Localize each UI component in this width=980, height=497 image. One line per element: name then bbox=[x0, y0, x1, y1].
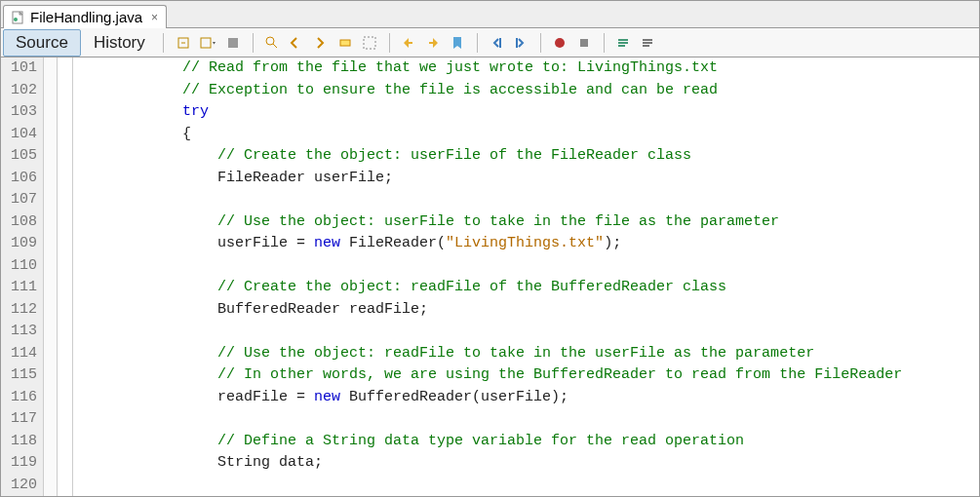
code-line[interactable]: // Define a String data type variable fo… bbox=[77, 431, 979, 453]
svg-rect-11 bbox=[580, 39, 588, 47]
highlight-icon[interactable] bbox=[335, 32, 356, 53]
line-number: 112 bbox=[7, 299, 37, 322]
toolbar-separator bbox=[477, 33, 478, 53]
line-number: 115 bbox=[7, 364, 37, 387]
code-editor[interactable]: 1011021031041051061071081091101111121131… bbox=[1, 57, 979, 496]
code-line[interactable]: { bbox=[77, 124, 979, 146]
line-number: 111 bbox=[7, 277, 37, 299]
line-number: 104 bbox=[7, 124, 37, 146]
code-line[interactable]: String data; bbox=[77, 452, 979, 475]
line-number: 118 bbox=[7, 431, 37, 453]
source-view-button[interactable]: Source bbox=[3, 29, 81, 57]
code-line[interactable]: try bbox=[77, 101, 979, 124]
code-line[interactable]: // Use the object: userFile to take in t… bbox=[77, 211, 979, 234]
svg-rect-7 bbox=[364, 37, 375, 49]
code-line[interactable]: // In other words, we are using the Buff… bbox=[77, 364, 979, 387]
line-number: 102 bbox=[7, 80, 37, 102]
tab-filename: FileHandling.java bbox=[30, 9, 142, 25]
line-number: 105 bbox=[7, 145, 37, 168]
history-view-button[interactable]: History bbox=[81, 29, 158, 57]
code-line[interactable]: readFile = new BufferedReader(userFile); bbox=[77, 387, 979, 409]
fold-column[interactable] bbox=[44, 57, 58, 496]
marker-column bbox=[58, 57, 73, 496]
svg-rect-8 bbox=[499, 38, 501, 48]
java-file-icon bbox=[12, 11, 25, 24]
code-line[interactable] bbox=[77, 189, 979, 211]
line-number: 117 bbox=[7, 408, 37, 431]
line-number: 109 bbox=[7, 233, 37, 255]
rename-dropdown-icon[interactable] bbox=[199, 32, 219, 53]
find-icon[interactable] bbox=[262, 32, 283, 53]
code-line[interactable]: // Use the object: readFile to take in t… bbox=[77, 343, 979, 365]
find-prev-icon[interactable] bbox=[287, 32, 307, 53]
editor-toolbar: Source History bbox=[1, 28, 979, 57]
close-icon[interactable]: × bbox=[147, 11, 158, 24]
svg-rect-6 bbox=[340, 40, 350, 46]
code-line[interactable] bbox=[77, 255, 979, 278]
svg-rect-3 bbox=[201, 38, 211, 48]
record-macro-icon[interactable] bbox=[550, 32, 570, 53]
line-number: 114 bbox=[7, 343, 37, 365]
code-line[interactable]: // Exception to ensure the file is acces… bbox=[77, 80, 979, 102]
nav-fwd-icon[interactable] bbox=[423, 32, 444, 53]
code-line[interactable] bbox=[77, 408, 979, 431]
comment-icon[interactable] bbox=[613, 32, 634, 53]
svg-point-10 bbox=[555, 38, 565, 48]
shift-right-icon[interactable] bbox=[511, 32, 531, 53]
toolbar-separator bbox=[389, 33, 390, 53]
svg-rect-4 bbox=[228, 38, 238, 48]
nav-back-icon[interactable] bbox=[399, 32, 419, 53]
find-next-icon[interactable] bbox=[311, 32, 332, 53]
bookmark-icon[interactable] bbox=[448, 32, 468, 53]
code-line[interactable]: userFile = new FileReader("LivingThings.… bbox=[77, 233, 979, 255]
tab-bar: FileHandling.java × bbox=[1, 1, 979, 28]
uncomment-icon[interactable] bbox=[638, 32, 658, 53]
line-number: 103 bbox=[7, 101, 37, 124]
line-number: 110 bbox=[7, 255, 37, 278]
code-line[interactable]: // Read from the file that we just wrote… bbox=[77, 57, 979, 80]
toolbar-separator bbox=[163, 33, 164, 53]
line-number: 108 bbox=[7, 211, 37, 234]
toolbar-separator bbox=[253, 33, 254, 53]
fix-imports-icon[interactable] bbox=[223, 32, 244, 53]
line-number: 120 bbox=[7, 475, 37, 497]
selection-icon[interactable] bbox=[360, 32, 380, 53]
svg-point-5 bbox=[266, 37, 274, 45]
shift-left-icon[interactable] bbox=[487, 32, 507, 53]
toolbar-icon-group bbox=[175, 32, 658, 53]
file-tab[interactable]: FileHandling.java × bbox=[3, 5, 167, 28]
line-number: 107 bbox=[7, 189, 37, 211]
line-number: 113 bbox=[7, 321, 37, 343]
svg-rect-9 bbox=[516, 38, 518, 48]
code-line[interactable] bbox=[77, 475, 979, 497]
code-area[interactable]: // Read from the file that we just wrote… bbox=[73, 57, 979, 496]
stop-macro-icon[interactable] bbox=[574, 32, 595, 53]
code-line[interactable]: // Create the object: readFile of the Bu… bbox=[77, 277, 979, 299]
toolbar-separator bbox=[604, 33, 605, 53]
line-number: 119 bbox=[7, 452, 37, 475]
code-line[interactable] bbox=[77, 321, 979, 343]
code-line[interactable]: BufferedReader readFile; bbox=[77, 299, 979, 322]
refactor-icon[interactable] bbox=[175, 32, 195, 53]
line-number-gutter: 1011021031041051061071081091101111121131… bbox=[1, 57, 44, 496]
toolbar-separator bbox=[540, 33, 541, 53]
line-number: 116 bbox=[7, 387, 37, 409]
code-line[interactable]: FileReader userFile; bbox=[77, 168, 979, 190]
code-line[interactable]: // Create the object: userFile of the Fi… bbox=[77, 145, 979, 168]
line-number: 106 bbox=[7, 168, 37, 190]
line-number: 101 bbox=[7, 57, 37, 80]
svg-point-1 bbox=[14, 18, 18, 21]
